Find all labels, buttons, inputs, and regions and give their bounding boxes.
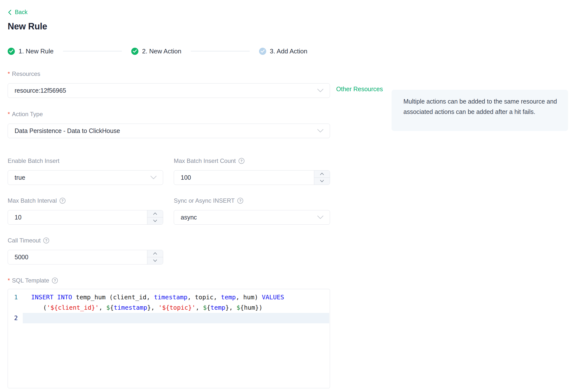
number-stepper: [147, 210, 163, 224]
action-type-value: Data Persistence - Data to ClickHouse: [15, 127, 120, 134]
max-batch-insert-count-label: Max Batch Insert Count ?: [174, 157, 330, 164]
stepper-up-button[interactable]: [147, 250, 163, 257]
stepper-down-button[interactable]: [147, 257, 163, 264]
number-stepper: [147, 250, 163, 264]
sql-editor[interactable]: 1INSERT INTO temp_hum (client_id, timest…: [8, 289, 330, 388]
call-timeout-label: Call Timeout ?: [8, 237, 163, 244]
other-resources-link[interactable]: Other Resources: [336, 86, 383, 93]
step-check-icon: [131, 48, 138, 55]
sql-code-text: ('${client_id}', ${timestamp}, '${topic}…: [23, 303, 329, 313]
sql-template-label: * SQL Template ?: [8, 277, 571, 284]
max-batch-insert-count-field: [174, 170, 330, 185]
back-label: Back: [15, 9, 27, 16]
resources-select[interactable]: resource:12f56965: [8, 83, 330, 98]
info-note: Multiple actions can be added to the sam…: [392, 90, 568, 131]
line-number: 1: [8, 292, 23, 303]
stepper-down-button[interactable]: [147, 218, 163, 224]
sync-async-insert-select[interactable]: async: [174, 210, 330, 225]
step-check-icon: [259, 48, 266, 55]
step-label: 2. New Action: [142, 47, 181, 55]
call-timeout-input[interactable]: [15, 254, 144, 261]
enable-batch-insert-label: Enable Batch Insert: [8, 157, 163, 164]
help-icon[interactable]: ?: [52, 278, 58, 283]
chevron-down-icon: [317, 127, 324, 134]
line-number: 2: [8, 313, 23, 323]
sync-async-insert-value: async: [181, 214, 197, 221]
number-stepper: [314, 171, 330, 185]
stepper-up-button[interactable]: [147, 210, 163, 218]
step-new-action[interactable]: 2. New Action: [131, 47, 181, 55]
line-number: [8, 303, 23, 313]
help-icon[interactable]: ?: [60, 198, 66, 204]
stepper-down-button[interactable]: [314, 178, 330, 185]
help-icon[interactable]: ?: [239, 158, 244, 164]
resources-label: * Resources: [8, 70, 571, 77]
required-asterisk: *: [8, 111, 10, 118]
sql-code-row[interactable]: ('${client_id}', ${timestamp}, '${topic}…: [8, 303, 330, 313]
enable-batch-insert-value: true: [15, 174, 25, 181]
max-batch-interval-label: Max Batch Interval ?: [8, 197, 163, 204]
new-rule-page: Back New Rule 1. New Rule 2. New Action …: [0, 0, 571, 388]
step-label: 1. New Rule: [19, 47, 54, 55]
sql-code-text: [23, 313, 329, 323]
step-add-action[interactable]: 3. Add Action: [259, 47, 307, 55]
call-timeout-field: [8, 250, 163, 264]
required-asterisk: *: [8, 277, 10, 284]
page-title: New Rule: [8, 21, 571, 32]
required-asterisk: *: [8, 70, 10, 77]
max-batch-interval-field: [8, 210, 163, 225]
max-batch-interval-input[interactable]: [15, 214, 144, 221]
step-connector: [63, 51, 122, 51]
chevron-down-icon: [317, 87, 324, 94]
wizard-steps: 1. New Rule 2. New Action 3. Add Action: [8, 47, 571, 55]
resources-value: resource:12f56965: [15, 87, 66, 94]
step-connector: [191, 51, 250, 51]
max-batch-insert-count-input[interactable]: [181, 174, 310, 181]
help-icon[interactable]: ?: [237, 198, 243, 204]
help-icon[interactable]: ?: [43, 238, 49, 243]
stepper-up-button[interactable]: [314, 171, 330, 178]
step-label: 3. Add Action: [270, 47, 307, 55]
sql-code-text: INSERT INTO temp_hum (client_id, timesta…: [23, 292, 329, 303]
chevron-down-icon: [150, 174, 157, 181]
step-check-icon: [8, 48, 15, 55]
step-new-rule[interactable]: 1. New Rule: [8, 47, 54, 55]
action-type-select[interactable]: Data Persistence - Data to ClickHouse: [8, 124, 330, 138]
enable-batch-insert-select[interactable]: true: [8, 170, 163, 185]
sync-async-insert-label: Sync or Async INSERT ?: [174, 197, 330, 204]
sql-code-row[interactable]: 1INSERT INTO temp_hum (client_id, timest…: [8, 292, 330, 303]
sql-code-row[interactable]: 2: [8, 313, 330, 323]
chevron-left-icon: [8, 9, 12, 15]
back-button[interactable]: Back: [8, 9, 27, 16]
chevron-down-icon: [317, 214, 324, 221]
